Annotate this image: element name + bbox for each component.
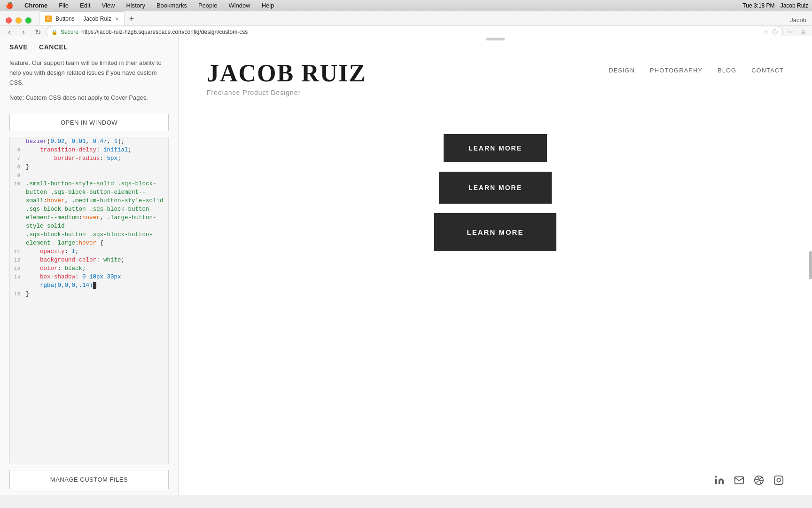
linkedin-icon[interactable] [714, 475, 725, 485]
svg-point-5 [777, 478, 780, 482]
manage-custom-files-button[interactable]: MANAGE CUSTOM FILES [9, 470, 169, 489]
edit-menu[interactable]: Edit [78, 2, 92, 9]
scroll-handle-top [486, 38, 505, 40]
site-footer [714, 475, 784, 485]
menu-time: Tue 3:18 PM [742, 2, 774, 9]
line-content: color: black; [24, 264, 168, 273]
line-content: .small-button-style-solid .sqs-block-but… [24, 180, 168, 247]
code-line: 9 [10, 171, 168, 180]
apple-menu[interactable]: 🍎 [4, 2, 15, 9]
learn-more-large[interactable]: LEARN MORE [434, 213, 556, 251]
bookmarks-menu[interactable]: Bookmarks [155, 2, 189, 9]
main-content: SAVE CANCEL feature. Our support team wi… [0, 36, 812, 495]
line-content: bezier(0.02, 0.01, 0.47, 1); [24, 137, 168, 146]
chrome-menu[interactable]: Chrome [23, 2, 49, 9]
line-number: 6 [10, 146, 24, 154]
code-line: 8 } [10, 163, 168, 171]
file-menu[interactable]: File [57, 2, 70, 9]
line-number: 7 [10, 154, 24, 163]
reader-icon[interactable]: ⓘ [772, 28, 778, 36]
site-title: JACOB RUIZ [207, 59, 366, 87]
help-menu[interactable]: Help [260, 2, 276, 9]
code-line: 6 transition-delay: initial; [10, 146, 168, 154]
line-content: opacity: 1; [24, 247, 168, 256]
dribbble-icon[interactable] [754, 475, 764, 485]
line-number: 8 [10, 163, 24, 171]
window-menu[interactable]: Window [226, 2, 252, 9]
svg-point-6 [781, 477, 781, 478]
instagram-icon[interactable] [773, 475, 784, 485]
tab-close-button[interactable]: × [115, 15, 119, 23]
save-button[interactable]: SAVE [9, 43, 28, 51]
minimize-button[interactable] [16, 17, 22, 24]
history-menu[interactable]: History [124, 2, 147, 9]
line-content: transition-delay: initial; [24, 146, 168, 154]
line-content: box-shadow: 0 10px 30px rgba(0,0,0,.14)| [24, 273, 168, 290]
line-number: 12 [10, 256, 24, 264]
profile-button[interactable]: Jacob [790, 16, 806, 24]
svg-rect-4 [774, 476, 783, 484]
open-window-button[interactable]: OPEN IN WINDOW [9, 114, 169, 131]
bookmark-icon[interactable]: ☆ [763, 28, 769, 36]
site-logo: JACOB RUIZ Freelance Product Designer [207, 59, 366, 96]
code-line: 7 border-radius: 5px; [10, 154, 168, 163]
svg-rect-1 [715, 479, 717, 484]
line-number: 9 [10, 171, 24, 180]
line-content: background-color: white; [24, 256, 168, 264]
learn-more-small[interactable]: LEARN MORE [444, 134, 547, 162]
secure-label: Secure [61, 29, 78, 35]
site-header: JACOB RUIZ Freelance Product Designer DE… [179, 36, 812, 106]
url-text[interactable]: https://jacob-ruiz-hzg6.squarespace.com/… [81, 29, 760, 35]
nav-design[interactable]: DESIGN [609, 67, 635, 74]
panel-actions: SAVE CANCEL [0, 36, 178, 58]
nav-contact[interactable]: CONTACT [751, 67, 784, 74]
code-line: 12 background-color: white; [10, 256, 168, 264]
line-content [24, 171, 168, 180]
panel-note: Note: Custom CSS does not apply to Cover… [0, 87, 178, 108]
menu-user: Jacob Ruiz [781, 2, 808, 9]
nav-blog[interactable]: BLOG [718, 67, 736, 74]
maximize-button[interactable] [25, 17, 31, 24]
tab-bar: S Buttons — Jacob Ruiz × + Jacob [0, 11, 812, 25]
cancel-button[interactable]: CANCEL [39, 43, 68, 51]
nav-photography[interactable]: PHOTOGRAPHY [650, 67, 703, 74]
active-tab[interactable]: S Buttons — Jacob Ruiz × [39, 11, 125, 25]
close-button[interactable] [6, 17, 12, 24]
scroll-handle[interactable] [809, 251, 812, 279]
line-number: 15 [10, 290, 24, 298]
code-editor[interactable]: bezier(0.02, 0.01, 0.47, 1); 6 transitio… [9, 137, 169, 464]
right-panel: JACOB RUIZ Freelance Product Designer DE… [179, 36, 812, 495]
menu-bar-right: Tue 3:18 PM Jacob Ruiz [742, 2, 808, 9]
code-line: 15 } [10, 290, 168, 298]
line-number: 10 [10, 180, 24, 247]
panel-description: feature. Our support team will be limite… [0, 58, 178, 87]
menu-bar: 🍎 Chrome File Edit View History Bookmark… [0, 0, 812, 11]
site-nav: DESIGN PHOTOGRAPHY BLOG CONTACT [609, 67, 784, 74]
line-number: 11 [10, 247, 24, 256]
svg-point-2 [715, 476, 717, 478]
traffic-lights[interactable] [6, 17, 31, 24]
people-menu[interactable]: People [196, 2, 219, 9]
code-line: 10 .small-button-style-solid .sqs-block-… [10, 180, 168, 247]
site-subtitle: Freelance Product Designer [207, 89, 366, 96]
site-main: LEARN MORE LEARN MORE LEARN MORE [179, 106, 812, 279]
tab-favicon: S [45, 16, 52, 22]
left-panel: SAVE CANCEL feature. Our support team wi… [0, 36, 179, 495]
mail-icon[interactable] [734, 475, 744, 485]
code-line: 13 color: black; [10, 264, 168, 273]
view-menu[interactable]: View [100, 2, 117, 9]
learn-more-medium[interactable]: LEARN MORE [439, 172, 552, 204]
line-content: } [24, 163, 168, 171]
line-content: } [24, 290, 168, 298]
line-content: border-radius: 5px; [24, 154, 168, 163]
browser-chrome: S Buttons — Jacob Ruiz × + Jacob ‹ › ↻ 🔒… [0, 11, 812, 36]
secure-icon: 🔒 [51, 29, 58, 35]
tab-title: Buttons — Jacob Ruiz [55, 16, 111, 22]
new-tab-button[interactable]: + [125, 12, 138, 25]
code-line: 14 box-shadow: 0 10px 30px rgba(0,0,0,.1… [10, 273, 168, 290]
code-line: bezier(0.02, 0.01, 0.47, 1); [10, 137, 168, 146]
line-number: 14 [10, 273, 24, 290]
line-number: 13 [10, 264, 24, 273]
code-line: 11 opacity: 1; [10, 247, 168, 256]
line-number [10, 137, 24, 146]
